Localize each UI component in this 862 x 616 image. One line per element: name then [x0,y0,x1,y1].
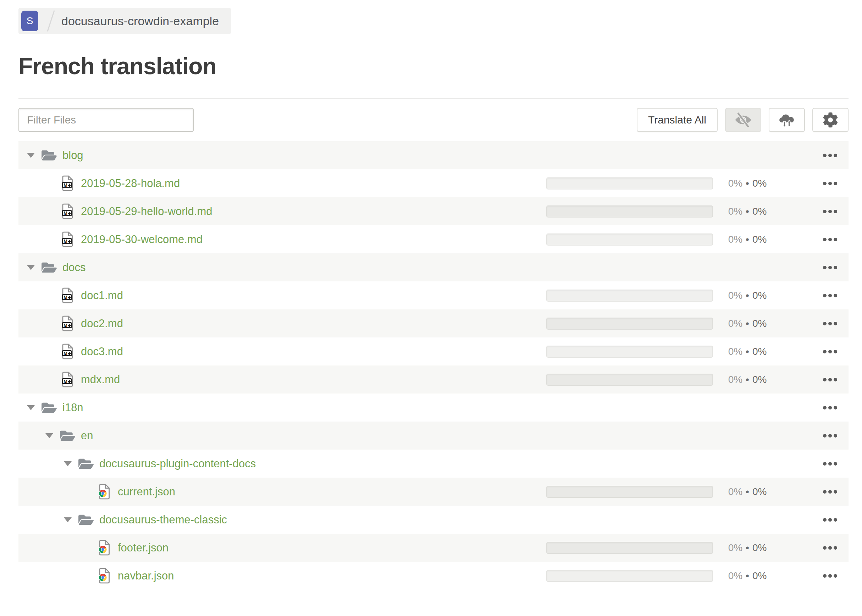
markdown-file-icon: M [62,288,74,303]
file-name-link[interactable]: current.json [118,486,175,498]
breadcrumb: S docusaurus-crowdin-example [19,8,231,34]
tree-row: footer.json 0%•0% [19,534,848,562]
ellipsis-dot [834,210,837,213]
visibility-toggle-button[interactable] [725,108,761,132]
cloud-sync-icon [777,112,796,128]
ellipsis-dot [823,154,826,157]
folder-name-link[interactable]: blog [63,149,83,162]
file-name-link[interactable]: 2019-05-28-hola.md [81,177,180,190]
workspace-chip[interactable]: S [21,11,38,31]
row-menu-button[interactable] [816,316,843,332]
progress-bar [546,374,713,386]
row-menu-button[interactable] [816,540,843,556]
ellipsis-dot [834,574,837,578]
row-menu-button[interactable] [816,428,843,443]
file-name-link[interactable]: doc3.md [81,345,123,358]
row-menu-button[interactable] [816,288,843,303]
caret-down-icon[interactable] [27,265,35,270]
folder-name-link[interactable]: docusaurus-plugin-content-docs [99,457,256,470]
tree-row: M doc3.md 0%•0% [19,338,848,366]
row-menu-button[interactable] [816,232,843,247]
ellipsis-dot [834,294,837,297]
ellipsis-dot [828,406,832,410]
file-name-link[interactable]: mdx.md [81,373,120,386]
folder-name-link[interactable]: en [81,429,93,442]
ellipsis-dot [823,378,826,382]
ellipsis-dot [834,434,837,437]
filter-files-input[interactable] [19,108,194,132]
row-menu-button[interactable] [816,372,843,388]
caret-down-icon[interactable] [64,461,72,466]
progress-percentages: 0%•0% [719,542,776,553]
file-name-link[interactable]: doc2.md [81,317,123,330]
ellipsis-dot [823,266,826,269]
progress-bar [546,542,713,554]
ellipsis-dot [828,238,832,241]
ellipsis-dot [834,154,837,157]
row-menu-button[interactable] [816,176,843,191]
page-title: French translation [19,52,848,80]
ellipsis-dot [828,322,832,325]
row-menu-button[interactable] [816,456,843,471]
translated-percent: 0% [728,178,743,189]
translate-all-button[interactable]: Translate All [637,108,718,132]
file-name-link[interactable]: footer.json [118,542,168,554]
svg-text:M: M [63,379,68,384]
ellipsis-dot [823,350,826,354]
caret-down-icon[interactable] [46,433,53,438]
tree-row: docusaurus-theme-classic [19,506,848,534]
percent-separator: • [746,206,749,217]
percent-separator: • [746,346,749,357]
tree-row: M 2019-05-28-hola.md 0%•0% [19,169,848,197]
row-menu-button[interactable] [816,484,843,500]
file-name-link[interactable]: 2019-05-29-hello-world.md [81,205,212,218]
caret-down-icon[interactable] [27,153,35,158]
row-menu-button[interactable] [816,148,843,163]
breadcrumb-project-name[interactable]: docusaurus-crowdin-example [61,14,219,28]
percent-separator: • [746,570,749,581]
ellipsis-dot [823,182,826,185]
ellipsis-dot [834,378,837,382]
row-menu-button[interactable] [816,512,843,528]
ellipsis-dot [834,518,837,522]
ellipsis-dot [828,294,832,297]
caret-down-icon[interactable] [64,517,72,522]
json-file-icon [99,540,111,556]
ellipsis-dot [834,546,837,550]
translated-percent: 0% [728,318,743,329]
row-menu-button[interactable] [816,400,843,415]
translated-percent: 0% [728,542,743,553]
percent-separator: • [746,374,749,385]
ellipsis-dot [828,518,832,522]
ellipsis-dot [823,238,826,241]
folder-name-link[interactable]: docs [63,261,85,274]
folder-name-link[interactable]: docusaurus-theme-classic [99,514,227,526]
translated-percent: 0% [728,206,743,217]
folder-name-link[interactable]: i18n [63,401,83,414]
caret-down-icon[interactable] [27,405,35,410]
progress-percentages: 0%•0% [719,486,776,498]
row-menu-button[interactable] [816,260,843,275]
row-menu-button[interactable] [816,568,843,584]
progress-bar [546,178,713,190]
file-name-link[interactable]: 2019-05-30-welcome.md [81,233,203,246]
ellipsis-dot [834,182,837,185]
ellipsis-dot [823,434,826,437]
ellipsis-dot [823,322,826,325]
settings-button[interactable] [812,108,848,132]
ellipsis-dot [834,406,837,410]
progress-bar [546,317,713,330]
tree-row: M doc1.md 0%•0% [19,281,848,310]
ellipsis-dot [828,490,832,493]
tree-row: M doc2.md 0%•0% [19,310,848,338]
file-name-link[interactable]: navbar.json [118,569,174,582]
approved-percent: 0% [752,206,766,217]
file-name-link[interactable]: doc1.md [81,289,123,302]
row-menu-button[interactable] [816,344,843,360]
approved-percent: 0% [752,374,766,385]
tree-row: current.json 0%•0% [19,478,848,506]
progress-percentages: 0%•0% [719,290,776,301]
sync-button[interactable] [769,108,805,132]
row-menu-button[interactable] [816,204,843,219]
ellipsis-dot [834,322,837,325]
